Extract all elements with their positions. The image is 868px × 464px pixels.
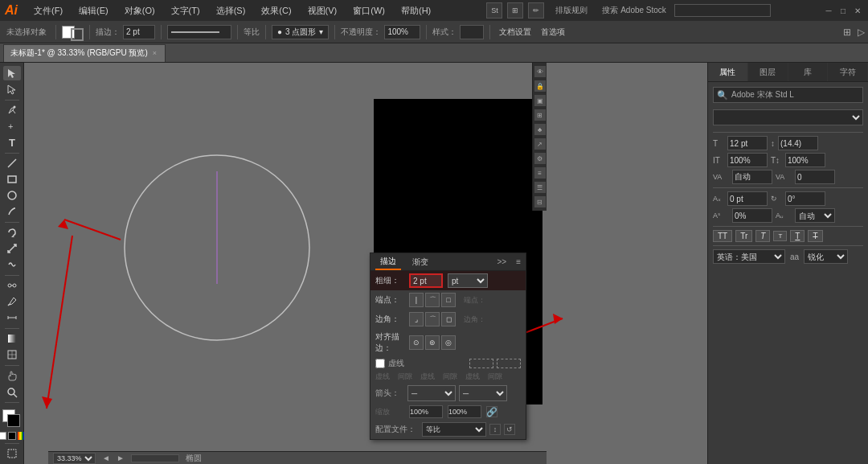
- side-lock-icon[interactable]: 🔒: [534, 80, 546, 92]
- t-sub-button[interactable]: T: [773, 231, 787, 241]
- cap-square-btn[interactable]: □: [441, 293, 456, 307]
- rotate-input[interactable]: [785, 191, 825, 206]
- toolbar-arrange-icon[interactable]: ⊞: [843, 27, 851, 38]
- color-white-icon[interactable]: [0, 432, 6, 440]
- font-search-bar[interactable]: 🔍 Adobe 宋体 Std L: [713, 87, 863, 103]
- point-type-select[interactable]: ● 3 点圆形 ▾: [272, 25, 329, 39]
- rotate-tool[interactable]: [3, 225, 21, 240]
- ellipse-tool[interactable]: [3, 188, 21, 203]
- stroke-value-input[interactable]: [123, 25, 155, 39]
- artboard-tool[interactable]: [3, 446, 21, 461]
- profile-reset-btn[interactable]: ↺: [504, 424, 515, 435]
- rpanel-tab-char[interactable]: 字符: [828, 63, 868, 81]
- align-center-btn[interactable]: ⊙: [409, 335, 424, 350]
- side-eye-icon[interactable]: 👁: [534, 66, 546, 77]
- side-panel-icon[interactable]: ▣: [534, 95, 546, 106]
- side-eq-icon[interactable]: ≡: [534, 167, 546, 179]
- direct-select-tool[interactable]: [3, 82, 21, 96]
- profile-select[interactable]: 等比: [422, 422, 486, 437]
- minimize-button[interactable]: ─: [823, 5, 834, 16]
- adobe-stock-search[interactable]: [674, 4, 771, 17]
- menu-window[interactable]: 窗口(W): [350, 3, 388, 18]
- font-size-input[interactable]: 12 pt: [727, 136, 768, 150]
- style-preview[interactable]: [460, 25, 484, 39]
- dash-checkbox[interactable]: [375, 359, 385, 368]
- mesh-tool[interactable]: [3, 347, 21, 362]
- nav-slider[interactable]: [131, 454, 179, 462]
- selection-tool[interactable]: [3, 66, 21, 80]
- side-list-icon[interactable]: ☰: [534, 182, 546, 193]
- opacity-input[interactable]: [384, 25, 420, 39]
- font-style-select[interactable]: [713, 109, 863, 125]
- align-outside-btn[interactable]: ◎: [441, 335, 456, 350]
- rect-tool[interactable]: [3, 172, 21, 187]
- line-tool[interactable]: [3, 156, 21, 170]
- measure-tool[interactable]: [3, 310, 21, 325]
- weight-unit-select[interactable]: ptpxmm: [448, 273, 488, 288]
- zoom-select[interactable]: 33.33%: [53, 453, 96, 464]
- aa-select[interactable]: 锐化: [804, 249, 848, 264]
- menu-select[interactable]: 选择(S): [213, 3, 249, 18]
- maximize-button[interactable]: □: [837, 5, 849, 16]
- arrange-icon[interactable]: ✏: [528, 2, 544, 18]
- tt-button[interactable]: TT: [713, 230, 732, 242]
- stroke-color[interactable]: [71, 28, 84, 41]
- rpanel-tab-library[interactable]: 库: [788, 63, 829, 81]
- stroke-box[interactable]: [7, 414, 20, 427]
- t-italic-button[interactable]: T: [755, 230, 770, 242]
- document-tab[interactable]: 未标题-1* @ 33.33% (RGB/GPU 预览) ×: [3, 44, 166, 62]
- preferences-btn[interactable]: 首选项: [538, 27, 568, 38]
- leading-input[interactable]: [778, 136, 818, 150]
- rpanel-tab-properties[interactable]: 属性: [708, 63, 748, 81]
- dash-preview-2[interactable]: [497, 359, 521, 368]
- panel-options-icon[interactable]: ≡: [516, 257, 521, 266]
- add-anchor-tool[interactable]: +: [3, 119, 21, 133]
- kern-input[interactable]: [732, 170, 772, 184]
- pen-tool[interactable]: [3, 103, 21, 117]
- menu-object[interactable]: 对象(O): [121, 3, 158, 18]
- eyedropper-tool[interactable]: [3, 294, 21, 309]
- type-tool[interactable]: T: [3, 135, 21, 150]
- arrow-link-btn[interactable]: 🔗: [486, 406, 497, 417]
- view-icon[interactable]: ⊞: [507, 2, 523, 18]
- cap-round-btn[interactable]: ⌒: [425, 293, 440, 307]
- stroke-panel-tab-gradient[interactable]: 渐变: [407, 255, 433, 269]
- arrow-end-select[interactable]: ─: [459, 385, 507, 401]
- menu-view[interactable]: 视图(V): [305, 3, 341, 18]
- brush-tool[interactable]: [3, 204, 21, 219]
- side-grid-icon[interactable]: ⊟: [534, 196, 546, 207]
- align-inside-btn[interactable]: ⊚: [425, 335, 440, 350]
- menu-text[interactable]: 文字(T): [168, 3, 203, 18]
- menu-file[interactable]: 文件(F): [31, 3, 66, 18]
- menu-edit[interactable]: 编辑(E): [76, 3, 112, 18]
- t-underline-button[interactable]: T: [790, 230, 805, 242]
- menu-effect[interactable]: 效果(C): [258, 3, 294, 18]
- join-round-btn[interactable]: ⌒: [425, 312, 440, 326]
- stroke-line-preview[interactable]: [167, 25, 231, 39]
- shift-input[interactable]: [732, 208, 772, 223]
- nav-next-btn[interactable]: ►: [117, 454, 125, 462]
- toolbar-right-icon[interactable]: ▷: [858, 27, 865, 38]
- stroke-panel-tab-stroke[interactable]: 描边: [375, 254, 401, 270]
- kern2-input[interactable]: [795, 170, 835, 184]
- close-button[interactable]: ✕: [852, 5, 863, 16]
- auto-select[interactable]: 自动: [795, 208, 835, 223]
- arrow-start-select[interactable]: ─: [407, 385, 456, 401]
- tab-close-btn[interactable]: ×: [153, 49, 157, 57]
- zoom-tool[interactable]: [3, 385, 21, 400]
- blend-tool[interactable]: [3, 278, 21, 293]
- doc-settings-btn[interactable]: 文档设置: [496, 27, 534, 38]
- scale-tool[interactable]: [3, 241, 21, 256]
- arrow-scale-end[interactable]: [448, 405, 481, 418]
- join-miter-btn[interactable]: ⌟: [409, 312, 424, 326]
- menu-help[interactable]: 帮助(H): [398, 3, 434, 18]
- side-arrange-icon[interactable]: ⊞: [534, 109, 546, 121]
- tracking-input[interactable]: [727, 153, 768, 167]
- side-settings-icon[interactable]: ⚙: [534, 153, 546, 164]
- baseline-input[interactable]: [727, 191, 768, 206]
- nav-prev-btn[interactable]: ◄: [102, 454, 110, 462]
- cap-butt-btn[interactable]: |: [409, 293, 424, 307]
- profile-flip-btn[interactable]: ↕: [489, 424, 501, 435]
- gradient-tool[interactable]: [3, 332, 21, 347]
- tr-button[interactable]: Tr: [735, 230, 752, 242]
